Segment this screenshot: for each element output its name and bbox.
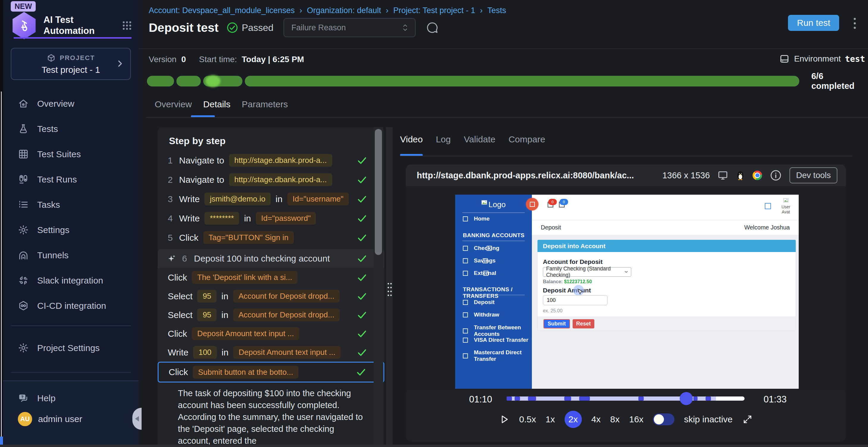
timeline-track[interactable] — [506, 397, 745, 401]
bank-nav-visa-transfer[interactable]: VISA Direct Transfer — [463, 337, 528, 343]
speed-1x[interactable]: 1x — [546, 414, 555, 424]
message-icon[interactable]: 0 — [559, 202, 565, 207]
tab-compare[interactable]: Compare — [508, 134, 545, 144]
progress-segment[interactable] — [245, 76, 799, 87]
bank-nav-external[interactable]: External — [463, 270, 496, 276]
run-test-button[interactable]: Run test — [788, 15, 839, 31]
bank-nav-transfer[interactable]: Transfer Between Accounts — [463, 324, 532, 337]
step-value-chip[interactable]: http://stage.dbank.prod-a... — [229, 173, 332, 186]
sidebar-item-overview[interactable]: Overview — [11, 91, 131, 116]
app-grid-icon[interactable] — [121, 19, 133, 32]
notification-icon[interactable]: 0 — [548, 202, 553, 207]
step-value-chip[interactable]: 95 — [197, 309, 217, 321]
sidebar-item-slack-integration[interactable]: Slack integration — [11, 268, 131, 293]
account-for-deposit-select[interactable]: Family Checking (Standard Checking) — [543, 267, 631, 277]
substep-row-3[interactable]: Select 95 in Account for Deposit dropd..… — [158, 306, 384, 324]
tab-log[interactable]: Log — [436, 134, 451, 144]
breadcrumb-organization[interactable]: Organization: default — [307, 6, 381, 15]
step-row-5[interactable]: 5 Click Tag="BUTTON" Sign in — [158, 228, 384, 247]
sidebar-item-tunnels[interactable]: Tunnels — [11, 243, 131, 268]
tab-validate[interactable]: Validate — [464, 134, 495, 144]
step-value-chip[interactable]: http://stage.dbank.prod-a... — [229, 154, 332, 167]
breadcrumb-project[interactable]: Project: Test project - 1 — [393, 6, 475, 15]
step-value-chip[interactable]: 95 — [197, 290, 217, 303]
step-target-chip[interactable]: The 'Deposit' link with a si... — [192, 271, 298, 284]
sidebar-item-settings[interactable]: Settings — [11, 217, 131, 243]
chevron-right-icon — [116, 59, 124, 68]
sidebar-item-test-suites[interactable]: Test Suites — [11, 141, 131, 167]
progress-segment[interactable] — [176, 76, 201, 87]
tab-video[interactable]: Video — [400, 134, 423, 144]
substep-row-6-selected[interactable]: Click Submit button at the botto... — [158, 362, 384, 382]
step-success-icon — [356, 328, 368, 339]
progress-segment[interactable] — [203, 76, 242, 87]
step-value-chip[interactable]: jsmith@demo.io — [204, 193, 271, 205]
speed-16x[interactable]: 16x — [629, 414, 643, 424]
comment-icon[interactable] — [425, 21, 439, 35]
steps-scrollbar-thumb[interactable] — [375, 129, 382, 255]
sidebar-item-test-runs[interactable]: Test Runs — [11, 167, 131, 192]
step-target-chip[interactable]: Id="username" — [287, 193, 349, 205]
bank-nav-home[interactable]: Home — [463, 215, 490, 222]
bank-nav-savings[interactable]: Savings — [463, 257, 496, 264]
recording-indicator — [526, 198, 538, 210]
play-icon[interactable] — [499, 414, 509, 425]
step-target-chip[interactable]: Tag="BUTTON" Sign in — [203, 231, 294, 244]
sidebar-item-tests[interactable]: Tests — [11, 116, 131, 141]
progress-segment[interactable] — [147, 76, 174, 87]
bank-nav-checking[interactable]: Checking — [463, 245, 499, 251]
failure-reason-select[interactable]: Failure Reason — [283, 18, 415, 37]
panel-resize-grip-icon[interactable] — [387, 282, 392, 297]
substep-row-5[interactable]: Write 100 in Deposit Amount text input .… — [158, 343, 384, 362]
step-row-2[interactable]: 2 Navigate to http://stage.dbank.prod-a.… — [158, 170, 384, 189]
info-icon[interactable] — [770, 169, 782, 181]
step-target-chip[interactable]: Submit button at the botto... — [193, 366, 298, 379]
more-menu-icon[interactable] — [852, 18, 857, 30]
step-target-chip[interactable]: Account for Deposit dropd... — [233, 290, 340, 303]
bank-user-avatar[interactable]: UserAvat — [775, 198, 796, 215]
breadcrumb-account[interactable]: Account: Devspace_all_module_licenses — [149, 6, 295, 15]
step-target-chip[interactable]: Account for Deposit dropd... — [233, 309, 340, 321]
speed-8x[interactable]: 8x — [610, 414, 620, 424]
step-target-chip[interactable]: Id="password" — [256, 212, 316, 225]
step-row-1[interactable]: 1 Navigate to http://stage.dbank.prod-a.… — [158, 151, 384, 170]
substep-row-2[interactable]: Select 95 in Account for Deposit dropd..… — [158, 287, 384, 306]
breadcrumb-tests[interactable]: Tests — [488, 6, 506, 15]
bank-nav-deposit[interactable]: Deposit — [463, 299, 495, 306]
tab-overview[interactable]: Overview — [155, 99, 192, 109]
substep-row-1[interactable]: Click The 'Deposit' link with a si... — [158, 268, 384, 287]
bank-submit-button[interactable]: Submit — [544, 319, 570, 329]
fullscreen-icon[interactable] — [742, 414, 753, 425]
project-selector[interactable]: PROJECT Test project - 1 — [11, 48, 131, 80]
sidebar-nav: Overview Tests Test Suites Test Runs — [11, 91, 131, 318]
speed-0.5x[interactable]: 0.5x — [519, 414, 536, 424]
video-stage[interactable]: Logo Home BANKING ACCOUNTS Checking Savi… — [406, 186, 846, 392]
step-row-4[interactable]: 4 Write ******** in Id="password" — [158, 209, 384, 228]
substep-row-4[interactable]: Click Deposit Amount text input ... — [158, 324, 384, 343]
step-target-chip[interactable]: Deposit Amount text input ... — [233, 346, 341, 359]
selected-placeholder-icon[interactable] — [765, 203, 771, 209]
step-value-chip[interactable]: 100 — [193, 346, 217, 359]
sidebar-item-help[interactable]: ? Help — [11, 389, 138, 408]
bank-reset-button[interactable]: Reset — [572, 319, 594, 329]
sidebar-item-tasks[interactable]: Tasks — [11, 192, 131, 217]
tab-details[interactable]: Details — [203, 99, 230, 109]
timeline-playhead[interactable] — [680, 392, 693, 405]
bank-nav-withdraw[interactable]: Withdraw — [463, 311, 499, 318]
step-target-chip[interactable]: Deposit Amount text input ... — [192, 327, 299, 340]
step-row-3[interactable]: 3 Write jsmith@demo.io in Id="username" — [158, 189, 384, 209]
bank-nav-mastercard-transfer[interactable]: Mastercard Direct Transfer — [463, 349, 532, 362]
ai-step-group-header[interactable]: 6 Deposit 100 into checking account — [158, 249, 384, 268]
speed-2x-active[interactable]: 2x — [565, 411, 582, 428]
step-action: Click — [168, 329, 187, 339]
user-menu[interactable]: AU admin user — [18, 412, 138, 426]
dev-tools-button[interactable]: Dev tools — [789, 167, 837, 183]
tab-parameters[interactable]: Parameters — [242, 99, 288, 109]
deposit-amount-input[interactable]: 100 — [543, 295, 608, 305]
skip-inactive-toggle[interactable] — [653, 413, 674, 425]
sidebar-item-project-settings[interactable]: Project Settings — [11, 335, 131, 360]
speed-4x[interactable]: 4x — [591, 414, 601, 424]
step-value-chip[interactable]: ******** — [204, 212, 239, 225]
sidebar-item-cicd-integration[interactable]: CI-CD integration — [11, 293, 131, 318]
edge-scrollbar[interactable] — [1, 92, 2, 444]
